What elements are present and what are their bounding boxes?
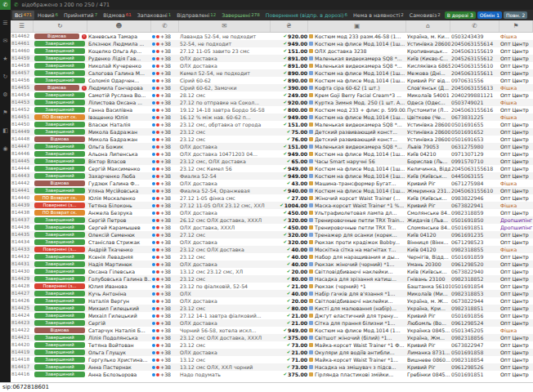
- order-row[interactable]: 814452ЗавершенийГанна Василівна+3819.12 …: [11, 106, 533, 114]
- order-row[interactable]: 814426ЗавершенийНаталія Вергун+38ОЛХ дос…: [11, 297, 533, 305]
- order-row[interactable]: 814439Повернені (з...Тетяна Білоконь+382…: [11, 202, 533, 209]
- order-row[interactable]: 814437ЗавершенийСергій Петров+3826.12 см…: [11, 216, 533, 224]
- tab-8[interactable]: Нема в наявності2: [351, 11, 406, 20]
- comment-column-header[interactable]: ✉: [179, 20, 271, 32]
- refresh-icon[interactable]: ↻: [0, 72, 11, 82]
- menu-column-header[interactable]: ☰: [11, 20, 34, 32]
- order-row[interactable]: 814432ЗавершенийКсенія Левадняя+3823.12 …: [11, 253, 533, 261]
- price-value: 890.00: [288, 69, 307, 77]
- order-row[interactable]: 814429ЗавершенийГолубовська Галина В...+…: [11, 275, 533, 283]
- order-row[interactable]: 814441ЗавершенийУляна Мусійовська+38Фиал…: [11, 187, 533, 194]
- product-icon: [309, 203, 313, 207]
- flag-icon[interactable]: ⚑: [0, 108, 11, 118]
- tab-chip-11[interactable]: Обмін 1: [477, 11, 502, 19]
- contact-column-header[interactable]: ✆: [151, 20, 179, 32]
- phone-number: 0501691856: [450, 312, 499, 319]
- delivery-city: Київ (Києво-С...: [406, 55, 450, 62]
- order-source: Опт Центр: [499, 231, 533, 238]
- order-row[interactable]: 814462Відмова!Каневська Тамара+38Лаванда…: [11, 33, 533, 40]
- order-row[interactable]: 814456ЗавершенийСоломія Одарчен...+38Сір…: [11, 77, 533, 84]
- reports-icon[interactable]: ◧: [0, 126, 11, 136]
- order-row[interactable]: 814446ЗавершенийАльона Липенська+38ОЛХ д…: [11, 150, 533, 158]
- order-row[interactable]: 814459ЗавершенийРуденко Лідія Гав...+38О…: [11, 55, 533, 62]
- city-column-header[interactable]: ⌂: [406, 20, 450, 32]
- order-row[interactable]: 814443ЗавершенийЗахарченко Люба+38Фиалка…: [11, 172, 533, 180]
- order-row[interactable]: 814420ЗавершенийТетяна Войтован+3823.12 …: [11, 341, 533, 349]
- tab-5[interactable]: Відправлені12: [174, 11, 218, 20]
- order-row[interactable]: 814451ПО Возврат ск.Іващенко Юлія+3816.1…: [11, 114, 533, 121]
- order-row[interactable]: 814419ЗавершенийОльга Глущук+38ОЛХ доста…: [11, 349, 533, 356]
- order-row[interactable]: 814460ЗавершенийКоцелко Ольга Ар...+3827…: [11, 47, 533, 55]
- order-price: ✔151.00: [271, 143, 308, 150]
- viber-icon: [152, 285, 155, 288]
- tab-3[interactable]: Відмова61: [101, 11, 134, 20]
- order-row[interactable]: 814450ЗавершенийВласюк Наталія+3823.12 с…: [11, 121, 533, 128]
- customer-column-header[interactable]: ☻: [87, 20, 151, 32]
- order-row[interactable]: 814431ЗавершенийНадія Мартинюк+38ОЛХ дос…: [11, 261, 533, 268]
- favorites-icon[interactable]: ★: [0, 54, 11, 64]
- order-row[interactable]: 814444ЗавершенийСергій Максименко+3823.1…: [11, 165, 533, 172]
- status-column-header[interactable]: ↻: [34, 20, 87, 32]
- phone-column-header[interactable]: ✆: [450, 20, 499, 32]
- order-row[interactable]: 814425ЗавершенийМихаил Гилецький+3823.12…: [11, 305, 533, 312]
- order-row[interactable]: 814449ЗавершенийМикола Бадражан+3823.12 …: [11, 128, 533, 136]
- order-row[interactable]: 814430ЗавершенийОксана Гілевська+3813.12…: [11, 268, 533, 275]
- tab-0[interactable]: Всі471: [12, 11, 34, 20]
- product-title: Джгут еластичний для трену...: [315, 312, 398, 319]
- order-status: Завершений: [34, 106, 87, 114]
- price-value: 40.00: [291, 261, 307, 268]
- price-column-header[interactable]: ₴: [271, 20, 308, 32]
- tab-4[interactable]: Запаковані1: [135, 11, 173, 20]
- order-row[interactable]: 814438ПО Возврат ск.Анжела Безрука+38ОЛХ…: [11, 209, 533, 216]
- order-row[interactable]: 814433Повернені (з...Андрій Ткаченко+382…: [11, 246, 533, 253]
- tab-1[interactable]: Новий6: [35, 11, 60, 20]
- phone-badge: +38: [151, 275, 179, 283]
- order-row[interactable]: 814436ЗавершенийСергей Карамышев+38ОЛХ д…: [11, 224, 533, 231]
- order-row[interactable]: 814427ЗавершенийКучь Антоніна+38ОЛХ✔40.0…: [11, 290, 533, 297]
- order-row[interactable]: 814457ЗавершенийСалогова Галина М...+38К…: [11, 69, 533, 77]
- order-row[interactable]: 814458ЗавершенийНиколай Кучеренко+38ОЛХ …: [11, 62, 533, 69]
- order-row[interactable]: 814455Відмова!Людмила Гончарова+38Сірий …: [11, 84, 533, 91]
- order-row[interactable]: 814418ЗавершенийГоргулько Христина...+38…: [11, 356, 533, 363]
- order-id: 814456: [11, 77, 34, 84]
- tab-9[interactable]: Самовивіз2: [407, 11, 443, 20]
- order-row[interactable]: 814447ЗавершенийОльга Божик+38ОЛХ достав…: [11, 143, 533, 150]
- tab-chip-10[interactable]: В дорозі 3: [445, 11, 476, 19]
- order-row[interactable]: 814416ЗавершенийАнна Бєлозьорова+38Надо …: [11, 371, 533, 378]
- order-row[interactable]: 814435ЗавершенийОлексій Семенюк+3827.12 …: [11, 231, 533, 238]
- order-row[interactable]: 814445ЗавершенийВіктор Власов+3823.12 см…: [11, 158, 533, 165]
- order-row[interactable]: 814440ПО Возврат ск.Юлія Москаленко+3827…: [11, 194, 533, 202]
- order-row[interactable]: 814421ЗавершенийЛілія Подолянська+3823.1…: [11, 334, 533, 341]
- order-status: Завершений: [34, 319, 87, 327]
- phone-badge: +38: [151, 209, 179, 216]
- mail-icon[interactable]: ✉: [0, 36, 11, 46]
- phone-badge: +38: [151, 231, 179, 238]
- tab-7[interactable]: Повернення (відпр. в дорозі)6: [263, 11, 350, 20]
- tab-2[interactable]: Прийнятий7: [61, 11, 100, 20]
- order-row[interactable]: 814422ВідмоваСатарчук Наталія Б...+38Чор…: [11, 327, 533, 334]
- tab-chip-12[interactable]: Повн. 2: [504, 11, 527, 19]
- power-icon[interactable]: ◉: [0, 144, 11, 154]
- paid-check-icon: ✔: [287, 158, 291, 165]
- order-row[interactable]: 814442ВідмоваГудзюк Галина Ф...+38ОЛХ до…: [11, 180, 533, 187]
- delivery-city: Устинівка 28600: [406, 121, 450, 128]
- order-row[interactable]: 814434ЗавершенийСтаніслав Стрижак+38ОЛХ …: [11, 238, 533, 246]
- product-column-header[interactable]: ▣: [308, 20, 406, 32]
- source-column-header[interactable]: ⚑: [499, 20, 533, 32]
- order-row[interactable]: 814424ЗавершенийМихаіл Гилецький+3827.12…: [11, 312, 533, 319]
- order-row[interactable]: 814453ЗавершенийЛілистова Оксана ...+382…: [11, 99, 533, 106]
- order-row[interactable]: 814428Повернені (з...Юлия Иванова+3823.1…: [11, 283, 533, 290]
- order-row[interactable]: 814423ЗавершенийСергій+38ОЛХ доставка✔21…: [11, 319, 533, 327]
- order-source: Фішка: [499, 114, 533, 121]
- order-comment: ОЛХ: [179, 290, 271, 297]
- order-row[interactable]: 814454ЗавершенийСамотій Руслана Во...+38…: [11, 91, 533, 99]
- product-title: Тренировочные петли TRX Tr...: [315, 224, 396, 231]
- settings-icon[interactable]: ⚙: [0, 90, 11, 100]
- phone-icon[interactable]: ✆: [0, 0, 11, 10]
- order-status: Завершений: [34, 261, 87, 268]
- order-row[interactable]: 814417ЗавершенийАнна Пастернак+3813.12 с…: [11, 363, 533, 371]
- order-row[interactable]: 814461ЗавершенийБлєзнюк Людмила ...+3852…: [11, 40, 533, 47]
- order-row[interactable]: 814448ВідмоваМикола Бадражан+3823.12 смс…: [11, 136, 533, 143]
- tab-6[interactable]: Завершені278: [219, 11, 262, 20]
- menu-icon[interactable]: ☰: [0, 18, 11, 28]
